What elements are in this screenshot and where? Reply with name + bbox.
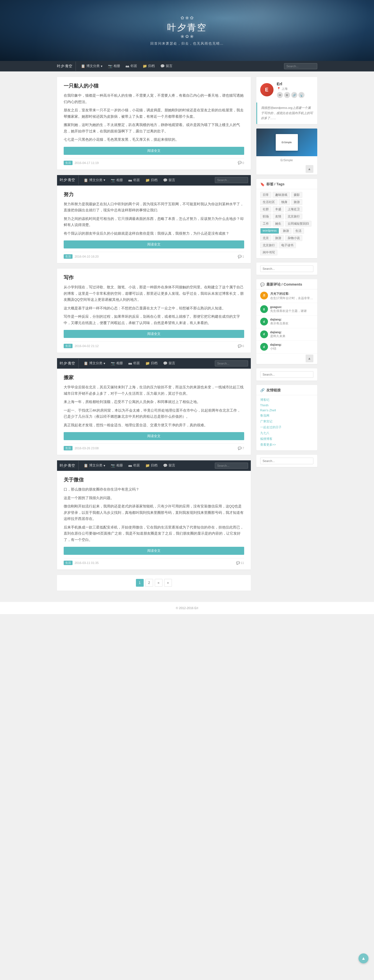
link-1[interactable]: 博客纪 bbox=[260, 397, 313, 403]
link-4[interactable]: 鲁迅网 bbox=[260, 413, 313, 418]
post-2-read-more[interactable]: 阅读全文 bbox=[64, 240, 244, 248]
post-1-read-more[interactable]: 阅读全文 bbox=[64, 147, 244, 155]
page-prev-btn[interactable]: « bbox=[155, 579, 163, 587]
rss-link[interactable]: 📡 bbox=[298, 92, 304, 98]
nav-search-input[interactable] bbox=[284, 63, 317, 69]
post-5-read-more[interactable]: 阅读全文 bbox=[64, 547, 244, 555]
tag-item[interactable]: 生活社区 bbox=[260, 199, 277, 205]
mid-nav-2-posts[interactable]: 📋博文分类▾ bbox=[81, 358, 108, 368]
nav-item-archive[interactable]: 📁 归档 bbox=[140, 61, 157, 71]
mid-nav-1-logo[interactable]: 叶夕·青空 bbox=[60, 175, 79, 185]
post-2-category[interactable]: 生活 bbox=[64, 254, 73, 259]
page-next-btn[interactable]: » bbox=[164, 579, 172, 587]
mid-nav-1-guestbook[interactable]: 💬留言 bbox=[160, 175, 178, 185]
link-7[interactable]: 九七八 bbox=[260, 430, 313, 436]
scroll-top-btn-2[interactable]: ▲ bbox=[306, 355, 313, 362]
post-4-category[interactable]: 生活 bbox=[64, 446, 73, 450]
post-1-para-3: 搬家到她，这时为她的生，不太就整定，趴在离我楼的地方，静静地观望着。或许是因为喵… bbox=[64, 122, 244, 134]
tag-item[interactable]: 友情 bbox=[273, 213, 284, 220]
post-2-para-3: 有个我认识的朋友毕业后久的小姑娘就是这样自救你是我：我很认真，我很努力，为什么还… bbox=[64, 231, 244, 237]
comment-body-4: dajiang: 是终久未来 bbox=[270, 331, 313, 339]
page-1-btn[interactable]: 1 bbox=[136, 579, 144, 587]
nav-item-neighbors[interactable]: 🏘 邻居 bbox=[123, 61, 140, 71]
email-link[interactable]: ✉ bbox=[277, 92, 283, 98]
nav-item-posts[interactable]: 📋 博文分类 ▾ bbox=[78, 61, 105, 71]
page-2-btn[interactable]: 2 bbox=[145, 579, 153, 587]
tag-item[interactable]: 云同城短暂回归 bbox=[285, 221, 311, 227]
dropdown-icon: ▾ bbox=[101, 64, 102, 68]
mid-nav-3-logo[interactable]: 叶夕·青空 bbox=[60, 461, 79, 470]
nav-item-album[interactable]: 📷 相册 bbox=[105, 61, 123, 71]
tag-item[interactable]: 摄影 bbox=[291, 192, 302, 198]
mn2-neighbors-label: 邻居 bbox=[133, 361, 140, 366]
nav-label-posts: 博文分类 bbox=[86, 64, 100, 68]
url-link[interactable]: 🔗 bbox=[291, 92, 297, 98]
author-initial: E bbox=[265, 87, 268, 93]
tag-item[interactable]: 旅游 bbox=[273, 235, 284, 241]
tag-item[interactable]: 杂物小说 bbox=[285, 235, 302, 241]
post-3-date: 2016-04-02 21:12 bbox=[75, 344, 99, 348]
tag-item[interactable]: 职场 bbox=[260, 213, 271, 220]
mid-search-input-3[interactable] bbox=[215, 463, 248, 469]
tag-item[interactable]: 电子读书 bbox=[279, 242, 296, 248]
mid-nav-2-archive[interactable]: 📁归档 bbox=[143, 358, 160, 368]
link-3[interactable]: Rain's Zhell bbox=[260, 408, 313, 413]
nav-item-guestbook[interactable]: 💬 留言 bbox=[157, 61, 175, 71]
mid-nav-1-neighbors[interactable]: 🏘邻居 bbox=[126, 175, 143, 185]
mid-search-input-2[interactable] bbox=[215, 360, 248, 366]
post-5-para-2: 这是一个困扰了我很久的问题。 bbox=[64, 495, 244, 501]
tag-item[interactable]: 北京旅行 bbox=[260, 242, 277, 248]
tag-item[interactable]: 趣味游戏 bbox=[273, 192, 290, 198]
mid-nav-2-album[interactable]: 📷相册 bbox=[108, 358, 126, 368]
link-8[interactable]: 狐狸博客 bbox=[260, 436, 313, 442]
sidebar-search-input-3[interactable] bbox=[260, 458, 313, 464]
sidebar-search-input-2[interactable] bbox=[260, 371, 313, 378]
mid-nav-2-guestbook[interactable]: 💬留言 bbox=[160, 358, 178, 368]
pagination: 1 2 « » bbox=[57, 575, 251, 590]
mid-nav-1-album[interactable]: 📷相册 bbox=[108, 175, 126, 185]
post-3-read-more[interactable]: 阅读全文 bbox=[64, 330, 244, 338]
post-4-read-more[interactable]: 阅读全文 bbox=[64, 432, 244, 440]
scroll-top-btn-1[interactable]: ▲ bbox=[306, 165, 313, 173]
mid-nav-2-logo[interactable]: 叶夕·青空 bbox=[60, 359, 79, 368]
post-2-meta: 生活 2016-04-10 16:20 💬 1 bbox=[64, 252, 244, 259]
post-3-category[interactable]: 生活 bbox=[64, 344, 73, 348]
tag-item[interactable]: 社群 bbox=[260, 206, 271, 212]
post-5-category[interactable]: 生活 bbox=[64, 561, 73, 565]
mid-nav-1-archive[interactable]: 📁归档 bbox=[143, 175, 160, 185]
link-6[interactable]: 一起走过的日子 bbox=[260, 424, 313, 430]
tag-item[interactable]: 工作 bbox=[260, 221, 271, 227]
mid-nav-3-posts[interactable]: 📋博文分类▾ bbox=[81, 460, 108, 471]
tag-item[interactable]: 上海近卫 bbox=[285, 206, 302, 212]
tag-item[interactable]: 日常 bbox=[260, 192, 271, 198]
tag-item[interactable]: 生活 bbox=[293, 228, 304, 234]
tag-item[interactable]: 丰盛 bbox=[273, 206, 284, 212]
mid-nav-3-album[interactable]: 📷相册 bbox=[108, 460, 126, 471]
tag-item[interactable]: 北京旅行 bbox=[285, 213, 302, 220]
mid-nav-3-archive[interactable]: 📁归档 bbox=[143, 460, 160, 471]
link-2[interactable]: Thinth bbox=[260, 403, 313, 408]
tag-item[interactable]: 她生 bbox=[273, 221, 284, 227]
tag-item[interactable]: 旅游 bbox=[291, 199, 302, 205]
tag-item[interactable]: 北京 bbox=[260, 235, 271, 241]
comment-body-2: goaguo: 先生很喜欢这个主题，谢谢 bbox=[270, 305, 313, 313]
mid-neighbors-icon: 🏘 bbox=[128, 178, 132, 182]
nav-logo[interactable]: 叶夕·青空 bbox=[57, 62, 76, 71]
link-more[interactable]: 查看更多>> bbox=[260, 442, 313, 448]
tag-item[interactable]: 闲中书写 bbox=[260, 250, 277, 255]
tag-item-wordpress[interactable]: wordpress bbox=[260, 228, 279, 234]
mid-nav-3-neighbors[interactable]: 🏘邻居 bbox=[126, 460, 143, 471]
mid-nav-3-guestbook[interactable]: 💬留言 bbox=[160, 460, 178, 471]
scroll-top-1: ▲ bbox=[256, 164, 317, 175]
link-5[interactable]: 广寒宫记 bbox=[260, 418, 313, 424]
tag-item[interactable]: 独身 bbox=[279, 199, 290, 205]
tag-item[interactable]: 旅游 bbox=[280, 228, 292, 234]
sidebar-search-input-1[interactable] bbox=[260, 266, 313, 272]
site-title: 叶夕青空 bbox=[150, 22, 224, 34]
mid-nav-2-neighbors[interactable]: 🏘邻居 bbox=[126, 358, 143, 368]
mid-search-input-1[interactable] bbox=[215, 177, 248, 183]
post-1-category[interactable]: 生活 bbox=[64, 161, 73, 165]
comment-avatar-5: d bbox=[260, 343, 268, 351]
settings-link[interactable]: ⚙ bbox=[284, 92, 290, 98]
mid-nav-1-posts[interactable]: 📋博文分类▾ bbox=[81, 175, 108, 185]
